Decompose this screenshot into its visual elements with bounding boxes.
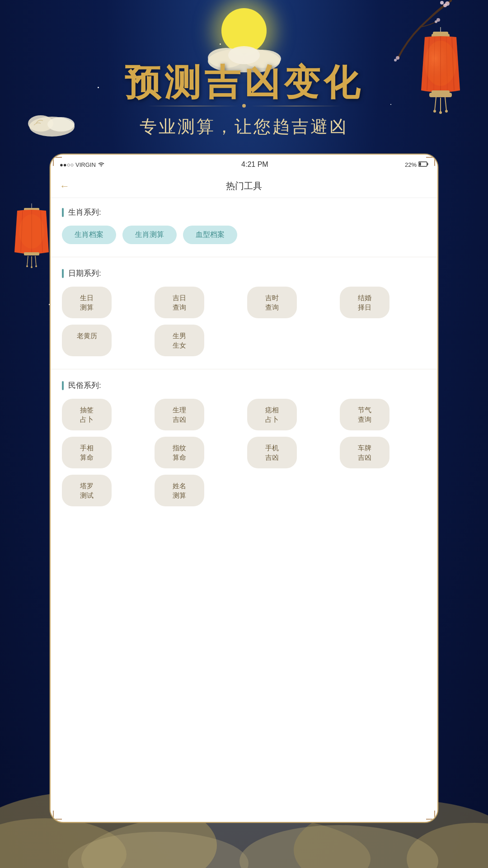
section-bar <box>62 208 64 217</box>
svg-rect-16 <box>429 93 452 97</box>
section-title-riqi: 日期系列: <box>62 268 426 278</box>
minsu-grid-row1: 抽签占卜 生理吉凶 痣相占卜 节气查询 <box>62 399 426 430</box>
battery-text: 22% <box>405 161 417 168</box>
tag-jieqi-chaxun[interactable]: 节气查询 <box>340 399 389 430</box>
svg-point-25 <box>443 4 447 7</box>
tag-shouxiang-suanming[interactable]: 手相算命 <box>62 437 112 468</box>
svg-point-23 <box>425 41 456 86</box>
section-title-minsu: 民俗系列: <box>62 380 426 391</box>
section-title-shengxiao: 生肖系列: <box>62 207 426 217</box>
svg-rect-9 <box>433 32 448 35</box>
corner-bl <box>53 811 62 820</box>
shengxiao-tags: 生肖档案 生肖测算 血型档案 <box>62 226 426 244</box>
tag-shengxiao-dang'an[interactable]: 生肖档案 <box>62 226 116 244</box>
tag-xingming-cesuan[interactable]: 姓名测算 <box>155 475 204 506</box>
svg-point-26 <box>440 1 444 5</box>
section-bar-3 <box>62 381 64 390</box>
svg-line-37 <box>27 256 28 266</box>
separator-1 <box>51 257 437 257</box>
tag-xuexing-dang'an[interactable]: 血型档案 <box>183 226 237 244</box>
section-minsu: 民俗系列: 抽签占卜 生理吉凶 痣相占卜 节气查询 手相算命 指纹算命 手机吉凶… <box>62 380 426 506</box>
section-label-minsu: 民俗系列: <box>68 380 101 391</box>
tag-shengli-jixiong[interactable]: 生理吉凶 <box>155 399 204 430</box>
svg-line-17 <box>435 97 436 111</box>
nav-title: 热门工具 <box>226 180 262 192</box>
phone-frame: ●●○○ VIRGIN 4:21 PM 22% ← 热 <box>50 154 438 823</box>
svg-line-19 <box>445 97 446 111</box>
svg-point-22 <box>445 110 448 113</box>
svg-line-39 <box>35 256 36 266</box>
cloud-left <box>27 106 77 138</box>
tag-taluo-ceshi[interactable]: 塔罗测试 <box>62 475 112 506</box>
svg-rect-36 <box>24 252 39 255</box>
riqi-grid-row1: 生日测算 吉日查询 吉时查询 结婚择日 <box>62 287 426 318</box>
lantern-right <box>411 27 470 118</box>
minsu-grid-row2: 手相算命 指纹算命 手机吉凶 车牌吉凶 <box>62 437 426 468</box>
lantern-left <box>9 203 54 271</box>
tag-jiehun-zeri[interactable]: 结婚择日 <box>340 287 389 318</box>
section-label-riqi: 日期系列: <box>68 268 101 278</box>
section-bar-2 <box>62 269 64 278</box>
tag-zhiwen-suanming[interactable]: 指纹算命 <box>155 437 204 468</box>
svg-point-6 <box>47 117 75 132</box>
tag-laohualv[interactable]: 老黄历 <box>62 325 112 356</box>
svg-point-20 <box>433 110 436 113</box>
tag-shengnan-shengnv[interactable]: 生男生女 <box>155 325 204 356</box>
corner-br <box>426 811 435 820</box>
section-label-shengxiao: 生肖系列: <box>68 207 101 217</box>
svg-point-42 <box>35 265 37 267</box>
status-bar: ●●○○ VIRGIN 4:21 PM 22% <box>51 155 437 175</box>
back-button[interactable]: ← <box>60 180 70 192</box>
carrier-text: ●●○○ VIRGIN <box>60 161 96 168</box>
tag-jishi-chaxun[interactable]: 吉时查询 <box>247 287 297 318</box>
svg-point-21 <box>439 111 442 114</box>
tag-chouqian-zhanbu[interactable]: 抽签占卜 <box>62 399 112 430</box>
svg-rect-53 <box>419 162 421 165</box>
scroll-content[interactable]: 生肖系列: 生肖档案 生肖测算 血型档案 日期系列: 生日测算 吉日查询 吉时查… <box>51 198 437 822</box>
svg-point-30 <box>394 59 397 61</box>
svg-point-40 <box>26 265 28 267</box>
title-divider <box>147 104 341 108</box>
svg-point-28 <box>435 20 437 23</box>
svg-point-29 <box>396 56 399 60</box>
svg-point-43 <box>19 214 44 249</box>
tag-shengxiao-cesuan[interactable]: 生肖测算 <box>122 226 177 244</box>
status-time: 4:21 PM <box>241 160 268 169</box>
tag-zhixiang-zhanbu[interactable]: 痣相占卜 <box>247 399 297 430</box>
subtitle: 专业测算，让您趋吉避凶 <box>140 115 348 138</box>
status-left: ●●○○ VIRGIN <box>60 161 105 168</box>
section-riqi: 日期系列: 生日测算 吉日查询 吉时查询 结婚择日 老黄历 生男生女 <box>62 268 426 356</box>
nav-bar: ← 热门工具 <box>51 175 437 198</box>
tag-shengri-cesuan[interactable]: 生日测算 <box>62 287 112 318</box>
corner-tl <box>53 157 62 166</box>
wifi-icon <box>98 161 105 168</box>
tag-jiri-chaxun[interactable]: 吉日查询 <box>155 287 204 318</box>
section-shengxiao: 生肖系列: 生肖档案 生肖测算 血型档案 <box>62 207 426 244</box>
corner-tr <box>426 157 435 166</box>
separator-2 <box>51 369 437 369</box>
svg-point-41 <box>31 266 33 268</box>
tag-shouji-jixiong[interactable]: 手机吉凶 <box>247 437 297 468</box>
riqi-grid-row2: 老黄历 生男生女 <box>62 325 426 356</box>
tag-chepai-jixiong[interactable]: 车牌吉凶 <box>340 437 389 468</box>
main-title: 预测吉凶变化 <box>125 59 363 108</box>
minsu-grid-row3: 塔罗测试 姓名测算 <box>62 475 426 506</box>
status-right: 22% <box>405 161 428 168</box>
